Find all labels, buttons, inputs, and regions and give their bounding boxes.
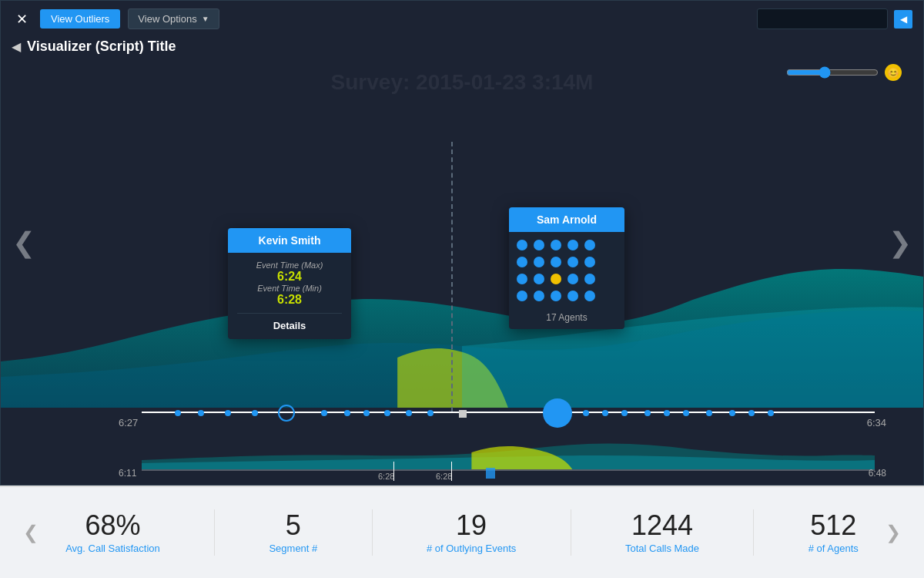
stat-segment: 5 Segment # <box>269 512 317 554</box>
sam-dot-0 <box>517 240 527 250</box>
stat-avg-call-satisfaction: 68% Avg. Call Satisfaction <box>65 512 160 554</box>
sam-dot-2 <box>551 240 561 250</box>
dropdown-arrow-icon: ▼ <box>202 15 209 23</box>
overview-marker2: 6:28 <box>436 472 452 481</box>
sam-dot-13 <box>567 274 578 284</box>
stat-divider-3 <box>571 509 571 556</box>
viz-title: Visualizer (Script) Title <box>27 39 176 55</box>
sam-arnold-header: Sam Arnold <box>509 207 624 232</box>
tl-dot-5 <box>406 410 412 416</box>
kevin-smith-header: Kevin Smith <box>228 228 351 253</box>
stats-nav-right-button[interactable]: ❯ <box>886 522 901 543</box>
sam-dot-5 <box>517 257 527 267</box>
tl-dot-3 <box>363 410 370 416</box>
tl-dot-1 <box>321 410 327 416</box>
dashed-line <box>451 142 453 412</box>
sam-timeline-dot[interactable] <box>543 398 572 428</box>
stat-value-agents: 512 <box>808 512 859 539</box>
tl-dot-19 <box>225 410 231 416</box>
timeline-label-left: 6:27 <box>119 417 138 428</box>
stat-label-satisfaction: Avg. Call Satisfaction <box>65 543 160 554</box>
overview-track <box>142 469 875 471</box>
sam-arnold-card: Sam Arnold 17 Agents <box>509 207 624 329</box>
sam-dot-3 <box>567 240 578 250</box>
zoom-slider[interactable] <box>786 66 879 79</box>
viz-area: ✕ View Outliers View Options ▼ 🔍 ◀ 😊 ◀ V… <box>0 0 924 486</box>
smiley-icon: 😊 <box>885 64 902 81</box>
sam-dot-6 <box>534 257 544 267</box>
watermark-text: Survey: 2015-01-23 3:14M <box>331 70 594 95</box>
stat-total-calls: 1244 Total Calls Made <box>625 512 699 554</box>
tl-dot-14 <box>729 410 735 416</box>
stats-bar: ❮ 68% Avg. Call Satisfaction 5 Segment #… <box>0 486 924 578</box>
tl-dot-17 <box>175 410 181 416</box>
header-bar: ✕ View Outliers View Options ▼ 🔍 ◀ <box>1 1 923 37</box>
sam-dot-19 <box>584 291 595 301</box>
stat-label-agents: # of Agents <box>808 543 859 554</box>
stat-value-satisfaction: 68% <box>65 512 160 539</box>
square-marker <box>459 410 467 418</box>
title-row: ◀ Visualizer (Script) Title <box>1 37 923 59</box>
sam-dot-1 <box>534 240 544 250</box>
stats-items: 68% Avg. Call Satisfaction 5 Segment # 1… <box>38 509 886 556</box>
overview-marker1: 6:28 <box>378 472 394 481</box>
tl-dot-2 <box>344 410 350 416</box>
sam-agents-label: 17 Agents <box>509 312 624 329</box>
sam-dot-8 <box>567 257 578 267</box>
tl-dot-18 <box>198 410 204 416</box>
kevin-timeline-dot[interactable] <box>278 405 295 422</box>
search-input[interactable] <box>757 8 888 29</box>
back-icon[interactable]: ◀ <box>12 39 21 54</box>
slider-row: 😊 <box>775 62 912 82</box>
event-time-max-label: Event Time (Max) <box>237 260 342 270</box>
sam-dot-10 <box>517 274 527 284</box>
overview-chart <box>142 439 875 469</box>
overview-label-left: 6:11 <box>119 468 136 479</box>
overview-tick2 <box>451 462 452 481</box>
tl-dot-12 <box>683 410 689 416</box>
kevin-smith-card: Kevin Smith Event Time (Max) 6:24 Event … <box>228 228 351 339</box>
tl-dot-4 <box>384 410 390 416</box>
stat-divider-1 <box>214 509 215 556</box>
stats-nav-left-button[interactable]: ❮ <box>23 522 38 543</box>
header-right: 🔍 ◀ <box>757 8 912 29</box>
tl-dot-8 <box>602 410 608 416</box>
tl-dot-9 <box>621 410 628 416</box>
sam-dot-11 <box>534 274 544 284</box>
stat-label-calls: Total Calls Made <box>625 543 699 554</box>
event-time-min-value: 6:28 <box>237 293 342 307</box>
stat-outlying-events: 19 # of Outlying Events <box>427 512 516 554</box>
view-outliers-button[interactable]: View Outliers <box>40 9 120 29</box>
overview-tick1 <box>393 462 394 481</box>
timeline-label-right: 6:34 <box>867 417 886 428</box>
chart-canvas <box>1 238 923 408</box>
stat-value-outlying: 19 <box>427 512 516 539</box>
sam-dot-grid <box>509 232 624 312</box>
sam-dot-14 <box>584 274 595 284</box>
details-link[interactable]: Details <box>237 313 342 331</box>
tl-dot-15 <box>748 410 755 416</box>
tl-dot-7 <box>583 410 589 416</box>
event-time-min-label: Event Time (Min) <box>237 284 342 293</box>
stat-label-outlying: # of Outlying Events <box>427 543 516 554</box>
stat-value-segment: 5 <box>269 512 317 539</box>
sam-dot-16 <box>534 291 544 301</box>
overview-viewport-handle[interactable] <box>486 468 495 479</box>
close-button[interactable]: ✕ <box>12 9 32 29</box>
tl-dot-10 <box>644 410 651 416</box>
main-container: ✕ View Outliers View Options ▼ 🔍 ◀ 😊 ◀ V… <box>0 0 924 578</box>
overview-svg <box>142 439 875 469</box>
view-options-button[interactable]: View Options ▼ <box>128 8 219 29</box>
stat-agents: 512 # of Agents <box>808 512 859 554</box>
sam-dot-15 <box>517 291 527 301</box>
sam-dot-9 <box>584 257 595 267</box>
area-chart-svg <box>1 238 923 408</box>
sam-dot-18 <box>567 291 578 301</box>
stat-value-calls: 1244 <box>625 512 699 539</box>
sam-dot-7 <box>551 257 561 267</box>
tl-dot-6 <box>427 410 434 416</box>
stat-label-segment: Segment # <box>269 543 317 554</box>
collapse-button[interactable]: ◀ <box>894 10 912 29</box>
tl-dot-13 <box>706 410 712 416</box>
tl-dot-16 <box>768 410 774 416</box>
